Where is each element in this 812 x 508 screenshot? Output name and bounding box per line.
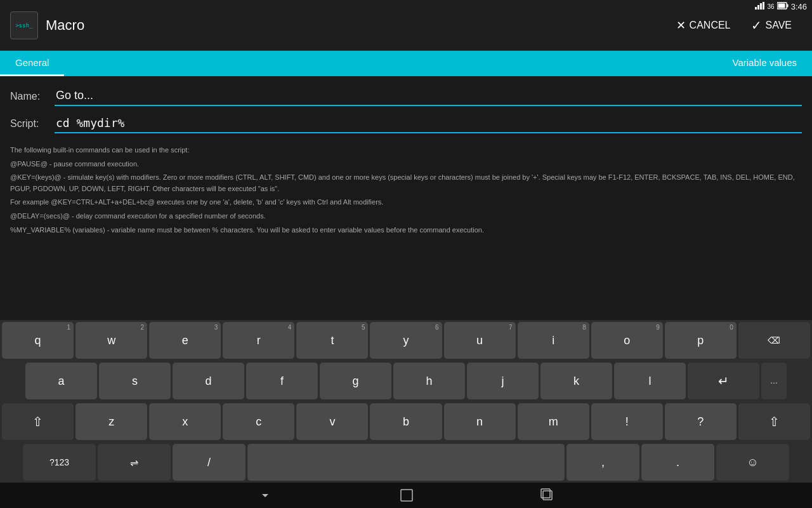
help-intro: The following built-in commands can be u…	[10, 145, 802, 156]
signal-strength	[755, 2, 765, 11]
keyboard-row-2: a s d f g h j k l ↵ …	[0, 361, 812, 401]
save-button[interactable]: ✓ SAVE	[741, 13, 802, 38]
key-l[interactable]: l	[614, 363, 686, 399]
svg-rect-3	[763, 2, 764, 10]
key-y[interactable]: 6y	[370, 322, 442, 359]
help-text: The following built-in commands can be u…	[0, 140, 812, 243]
key-more[interactable]: …	[761, 363, 787, 399]
key-e[interactable]: 3e	[149, 322, 221, 359]
name-label: Name:	[10, 91, 55, 102]
key-shift-left[interactable]: ⇧	[2, 403, 74, 440]
keyboard-row-1: 1q 2w 3e 4r 5t 6y 7u 8i 9o 0p ⌫	[0, 320, 812, 361]
key-v[interactable]: v	[296, 403, 368, 440]
key-x[interactable]: x	[149, 403, 221, 440]
key-comma[interactable]: ,	[566, 444, 639, 481]
svg-rect-2	[760, 3, 762, 10]
key-w[interactable]: 2w	[75, 322, 147, 359]
svg-rect-6	[778, 4, 785, 8]
key-emoji[interactable]: ☺	[716, 444, 789, 481]
key-o[interactable]: 9o	[591, 322, 663, 359]
help-keys: @KEY=(keys)@ - simulate key(s) with modi…	[10, 172, 802, 194]
key-slash[interactable]: /	[173, 444, 246, 481]
key-question[interactable]: ?	[665, 403, 737, 440]
tab-bar: General Variable values	[0, 51, 812, 76]
signal-label: 36	[768, 3, 775, 10]
svg-rect-0	[755, 7, 757, 10]
key-a[interactable]: a	[25, 363, 97, 399]
key-m[interactable]: m	[518, 403, 589, 440]
key-shift-right[interactable]: ⇧	[738, 403, 810, 440]
form-area: Name: Script:	[0, 76, 812, 146]
key-z[interactable]: z	[75, 403, 147, 440]
key-b[interactable]: b	[370, 403, 442, 440]
key-enter[interactable]: ↵	[688, 363, 759, 399]
key-backspace[interactable]: ⌫	[738, 322, 810, 359]
svg-rect-1	[757, 5, 759, 10]
help-pause: @PAUSE@ - pause command execution.	[10, 159, 802, 170]
nav-back-button[interactable]	[258, 488, 273, 503]
svg-rect-9	[541, 489, 550, 498]
key-num-switch[interactable]: ?123	[23, 444, 96, 481]
tab-general[interactable]: General	[0, 51, 64, 76]
key-k[interactable]: k	[540, 363, 612, 399]
svg-rect-8	[543, 491, 552, 500]
time-display: 3:46	[791, 2, 807, 11]
key-c[interactable]: c	[223, 403, 294, 440]
name-input[interactable]	[55, 86, 802, 106]
save-label: SAVE	[766, 20, 792, 31]
nav-bar	[0, 483, 812, 508]
help-key-example: For example @KEY=CTRL+ALT+a+DEL+bc@ exec…	[10, 197, 802, 208]
name-row: Name:	[10, 86, 802, 106]
toolbar: >ssh_ Macro ✕ CANCEL ✓ SAVE	[0, 0, 812, 51]
nav-home-button[interactable]	[400, 488, 414, 502]
key-n[interactable]: n	[444, 403, 516, 440]
keyboard-row-3: ⇧ z x c v b n m ! ? ⇧	[0, 401, 812, 442]
svg-rect-7	[401, 490, 412, 501]
svg-rect-5	[787, 4, 788, 8]
help-delay: @DELAY=(secs)@ - delay command execution…	[10, 211, 802, 222]
key-r[interactable]: 4r	[223, 322, 294, 359]
keyboard-row-4: ?123 ⇌ / , . ☺	[0, 442, 812, 483]
key-h[interactable]: h	[393, 363, 465, 399]
key-u[interactable]: 7u	[444, 322, 516, 359]
key-space[interactable]	[247, 444, 565, 481]
key-t[interactable]: 5t	[296, 322, 368, 359]
key-exclamation[interactable]: !	[591, 403, 663, 440]
key-d[interactable]: d	[173, 363, 244, 399]
key-period[interactable]: .	[641, 444, 714, 481]
app-title: Macro	[46, 17, 666, 34]
key-f[interactable]: f	[246, 363, 318, 399]
keyboard: 1q 2w 3e 4r 5t 6y 7u 8i 9o 0p ⌫ a s d f …	[0, 320, 812, 483]
script-input[interactable]	[55, 114, 802, 133]
script-row: Script:	[10, 114, 802, 133]
app-icon: >ssh_	[10, 11, 38, 39]
key-i[interactable]: 8i	[518, 322, 589, 359]
key-lang-switch[interactable]: ⇌	[98, 444, 171, 481]
save-check-icon: ✓	[751, 18, 762, 33]
key-q[interactable]: 1q	[2, 322, 74, 359]
help-variable: %MY_VARIABLE% (variables) - variable nam…	[10, 225, 802, 236]
cancel-button[interactable]: ✕ CANCEL	[666, 13, 741, 37]
battery-icon	[777, 2, 789, 11]
cancel-label: CANCEL	[690, 20, 731, 31]
key-g[interactable]: g	[320, 363, 391, 399]
key-s[interactable]: s	[99, 363, 171, 399]
key-j[interactable]: j	[467, 363, 539, 399]
cancel-x-icon: ✕	[676, 18, 686, 32]
status-bar: 36 3:46	[736, 0, 812, 13]
key-p[interactable]: 0p	[665, 322, 737, 359]
nav-recent-button[interactable]	[540, 488, 554, 502]
script-label: Script:	[10, 118, 55, 130]
tab-variable-values[interactable]: Variable values	[717, 51, 812, 76]
